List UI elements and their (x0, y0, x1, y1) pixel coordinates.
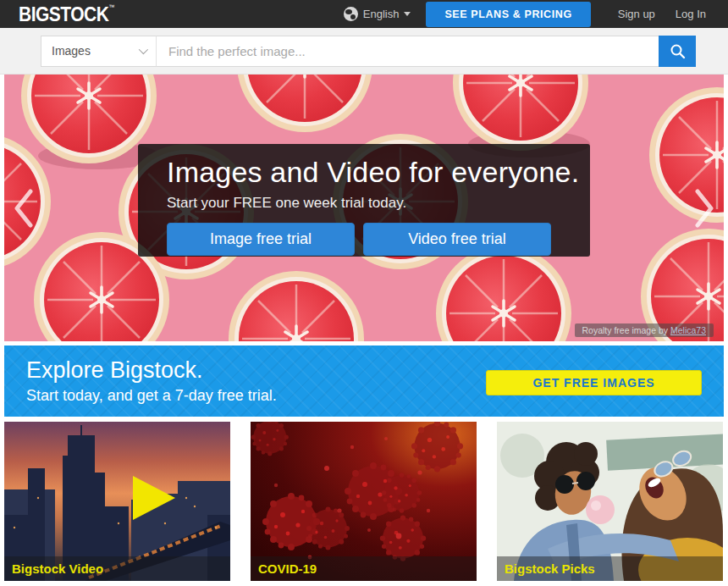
log-in-link[interactable]: Log In (676, 8, 706, 20)
bigstock-video-card[interactable]: Bigstock Video (4, 422, 230, 581)
hero-overlay-panel: Images and Video for everyone. Start you… (138, 144, 590, 257)
attribution-text: Royalty free image by (582, 325, 670, 335)
hero-carousel: Images and Video for everyone. Start you… (4, 75, 724, 341)
search-button[interactable] (659, 36, 696, 67)
hero-subtitle: Start your FREE one week trial today. (167, 195, 590, 212)
chevron-down-icon (139, 45, 148, 54)
top-header: BIGSTOCK™ English SEE PLANS & PRICING Si… (0, 0, 728, 28)
trademark-symbol: ™ (108, 3, 114, 10)
attribution-author-link[interactable]: Melica73 (670, 325, 706, 335)
search-icon (670, 43, 686, 59)
card-label: Bigstock Video (4, 556, 230, 581)
language-label: English (363, 8, 400, 20)
search-category-value: Images (52, 44, 91, 58)
bigstock-logo[interactable]: BIGSTOCK™ (19, 3, 114, 25)
image-free-trial-button[interactable]: Image free trial (167, 223, 355, 256)
search-bar: Images (0, 28, 728, 75)
caret-down-icon (404, 12, 411, 16)
image-attribution: Royalty free image by Melica73 (575, 323, 714, 337)
see-plans-pricing-button[interactable]: SEE PLANS & PRICING (426, 2, 590, 27)
language-selector[interactable]: English (344, 7, 411, 21)
card-label: COVID-19 (251, 556, 477, 581)
sign-up-link[interactable]: Sign up (618, 8, 655, 20)
globe-icon (344, 7, 358, 21)
carousel-next-button[interactable] (693, 188, 715, 229)
hero-title: Images and Video for everyone. (167, 156, 590, 189)
search-input[interactable] (157, 36, 659, 67)
chevron-left-icon (17, 191, 30, 225)
chevron-right-icon (698, 191, 711, 225)
carousel-prev-button[interactable] (13, 188, 35, 229)
search-category-dropdown[interactable]: Images (41, 36, 157, 67)
bigstock-picks-card[interactable]: Bigstock Picks (497, 422, 723, 581)
get-free-images-button[interactable]: GET FREE IMAGES (486, 370, 702, 395)
category-cards-row: Bigstock Video (4, 422, 724, 581)
video-free-trial-button[interactable]: Video free trial (363, 223, 551, 256)
explore-banner: Explore Bigstock. Start today, and get a… (4, 346, 724, 417)
covid-19-card[interactable]: COVID-19 (251, 422, 477, 581)
card-label: Bigstock Picks (497, 556, 723, 581)
